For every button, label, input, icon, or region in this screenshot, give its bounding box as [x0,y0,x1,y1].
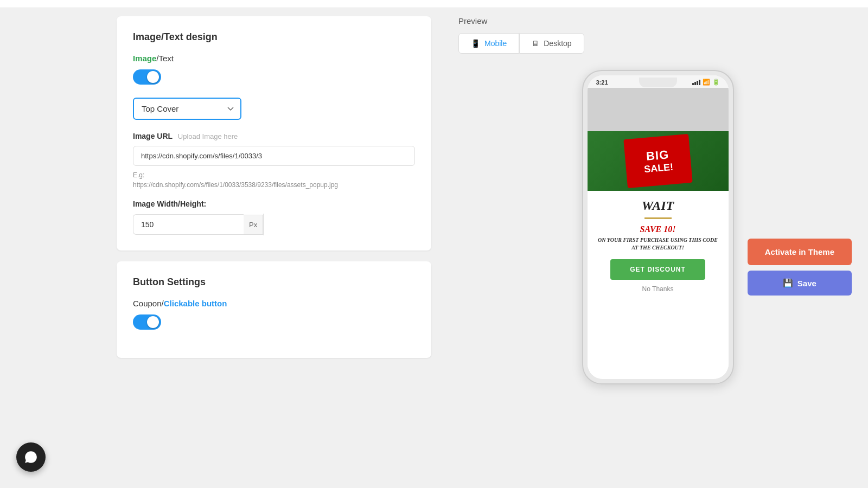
px-label: Px [244,215,263,235]
chat-bubble[interactable] [16,442,46,472]
gold-divider [644,217,672,219]
card-title-button-settings: Button Settings [133,277,415,288]
preview-label: Preview [458,16,857,25]
button-settings-card: Button Settings Coupon/Clickable button [117,261,431,358]
phone-icons: 📶 🔋 [692,79,720,86]
signal-bars-icon [692,80,700,85]
floating-buttons: Activate in Theme 💾 Save [748,239,852,296]
eg-url: https://cdn.shopify.com/s/files/1/0033/3… [133,181,338,189]
sale-image: BIG SALE! [588,131,729,191]
image-url-label-text: Image URL [133,132,173,140]
coupon-toggle[interactable] [133,314,161,330]
width-input-wrapper: Px ▲ ▼ [133,214,220,235]
wifi-icon: 📶 [703,79,710,86]
get-discount-button[interactable]: GET DISCOUNT [610,259,705,280]
eg-label: E.g: [133,171,144,179]
tab-desktop-label: Desktop [544,39,571,48]
width-input[interactable] [133,214,244,235]
coupon-label: Coupon/Clickable button [133,299,415,308]
phone-content: BIG SALE! WAIT SAVE 10! ON YOUR FIRST PU… [588,88,729,379]
text-label-rest: /Text [156,54,174,63]
desktop-icon: 🖥 [532,39,539,48]
save-text: SAVE 10! [640,224,676,234]
image-url-field-label: Image URL Upload Image here [133,132,415,140]
dropdown-wrapper: Top Cover Bottom Cover Left Cover Right … [133,98,415,120]
sale-excl-text: SALE! [643,161,674,175]
coupon-highlight-text: Clickable button [164,299,227,308]
top-bar [0,0,868,8]
save-icon: 💾 [783,278,793,288]
stepper: ▲ ▼ [263,214,264,235]
activate-theme-button[interactable]: Activate in Theme [748,239,852,265]
image-text-toggle[interactable] [133,69,161,85]
width-height-label: Image Width/Height: [133,200,415,208]
position-dropdown[interactable]: Top Cover Bottom Cover Left Cover Right … [133,98,241,120]
example-text: E.g: https://cdn.shopify.com/s/files/1/0… [133,170,415,190]
preview-tabs: 📱 Mobile 🖥 Desktop [458,33,857,54]
phone-screen: 3:21 📶 🔋 [588,75,729,379]
phone-time: 3:21 [596,79,608,86]
image-label-highlight: Image [133,54,156,63]
battery-icon: 🔋 [712,79,720,86]
bar1 [692,83,694,85]
coupon-toggle-slider [133,314,161,330]
phone-notch [639,78,677,87]
stepper-down[interactable]: ▼ [263,224,264,235]
coupon-normal-text: Coupon/ [133,299,164,308]
tab-mobile[interactable]: 📱 Mobile [458,33,519,54]
mobile-icon: 📱 [471,39,480,48]
chat-icon [24,450,38,464]
toggle-wrapper-coupon [133,314,415,332]
toggle-slider [133,69,161,85]
big-sale-text: BIG [645,147,669,164]
save-label: Save [797,279,816,288]
stepper-up[interactable]: ▲ [263,214,264,224]
upload-link[interactable]: Upload Image here [178,132,238,140]
toggle-wrapper-image [133,69,415,87]
bar2 [694,82,696,85]
no-thanks-link[interactable]: No Thanks [642,285,674,293]
phone-mockup-wrapper: 3:21 📶 🔋 [458,70,857,384]
save-button[interactable]: 💾 Save [748,271,852,296]
tab-desktop[interactable]: 🖥 Desktop [519,33,584,54]
wait-text: WAIT [642,198,674,213]
image-url-input[interactable] [133,146,415,166]
sale-banner: BIG SALE! [623,134,692,188]
bar3 [697,81,698,85]
phone-mockup: 3:21 📶 🔋 [582,70,734,384]
image-text-card: Image/Text design Image/Text Top Cover B… [117,16,431,251]
tab-mobile-label: Mobile [484,39,507,48]
card-title-image-text: Image/Text design [133,31,415,43]
left-panel: Image/Text design Image/Text Top Cover B… [117,16,431,488]
phone-gray-area [588,88,729,131]
phone-popup: BIG SALE! WAIT SAVE 10! ON YOUR FIRST PU… [588,131,729,379]
desc-text: ON YOUR FIRST PURCHASE USING THIS CODE A… [588,236,729,252]
bar4 [699,80,700,85]
image-text-label: Image/Text [133,54,415,63]
